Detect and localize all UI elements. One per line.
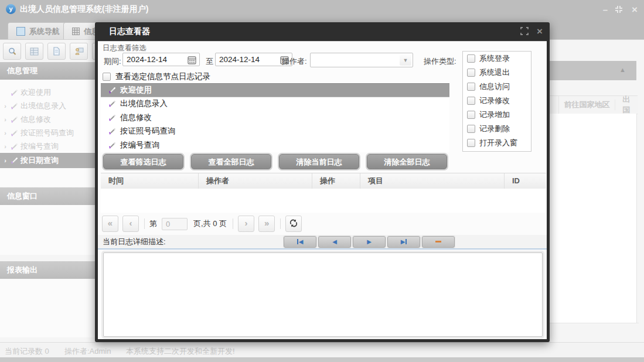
checkbox[interactable]: [467, 54, 475, 63]
op-type-item[interactable]: 记录增加: [463, 108, 531, 122]
wand-icon: [11, 88, 21, 97]
wand-icon: [11, 142, 21, 151]
tree-item-exit-entry[interactable]: 出境信息录入: [101, 97, 449, 111]
status-message: 本系统支持二次开发和全新开发!: [126, 346, 235, 357]
operator-input[interactable]: [311, 53, 406, 67]
chevron-right-icon: ›: [0, 103, 11, 110]
dialog-maximize-icon[interactable]: [520, 27, 531, 36]
dialog-close-icon[interactable]: ×: [534, 27, 545, 36]
window-title: 出境人员信息管理系统(非注册用户): [20, 4, 148, 15]
view-all-logs-button[interactable]: 查看全部日志: [191, 154, 271, 169]
column-header-item[interactable]: 项目: [360, 173, 505, 189]
combo-arrow-icon[interactable]: ▼: [400, 54, 411, 66]
clear-all-logs-button[interactable]: 清除全部日志: [367, 154, 447, 169]
sidebar-panel-report-output: [0, 279, 96, 337]
close-button[interactable]: ×: [628, 5, 641, 15]
restore-icon[interactable]: [614, 5, 627, 15]
op-type-item[interactable]: 系统登录: [463, 52, 531, 66]
page-number-input[interactable]: [162, 218, 188, 230]
tree-item-number-query[interactable]: 按编号查询: [101, 138, 449, 152]
checkbox[interactable]: [467, 69, 475, 77]
bg-column-header: 出国: [615, 94, 638, 115]
wand-icon: [11, 156, 21, 165]
column-header-operation[interactable]: 操作: [312, 173, 360, 189]
tree-item-info-modify[interactable]: 信息修改: [101, 111, 449, 125]
sidebar-item-label: 按日期查询: [21, 155, 59, 166]
record-next-button[interactable]: ▶: [353, 236, 386, 248]
sidebar-item-label: 欢迎使用: [21, 87, 51, 98]
prev-page-button[interactable]: ‹: [122, 216, 139, 232]
sidebar-section-info-window[interactable]: 信息窗口: [0, 187, 95, 205]
record-prev-button[interactable]: ◀: [318, 236, 351, 248]
nav-prev-icon: ◀: [332, 239, 337, 245]
op-type-item[interactable]: 信息访问: [463, 80, 531, 94]
checkbox[interactable]: [467, 111, 475, 119]
checkbox[interactable]: [467, 139, 475, 147]
wand-icon: [108, 127, 117, 135]
sidebar-section-report-output[interactable]: 报表输出: [0, 261, 95, 279]
op-types-listbox: 系统登录 系统退出 信息访问 记录修改 记录增加 记录删除 打开录入窗: [462, 51, 531, 152]
wand-icon: [108, 141, 117, 149]
op-type-item[interactable]: 记录修改: [463, 94, 531, 108]
column-header-operator[interactable]: 操作者: [199, 173, 312, 189]
user-icon: [74, 47, 84, 56]
checkbox[interactable]: [467, 83, 475, 91]
sidebar-item-label: 信息修改: [21, 114, 51, 125]
nav-next-icon: ▶: [367, 239, 372, 245]
wand-icon: [108, 100, 117, 108]
sidebar-item-passport-query[interactable]: › 按证照号码查询: [0, 126, 95, 139]
pagination-bar: « ‹ 第 页,共 0 页 › »: [98, 213, 547, 235]
sidebar-item-label: 按编号查询: [21, 141, 59, 152]
sidebar-item-exit-entry[interactable]: › 出境信息录入: [0, 99, 95, 112]
record-delete-button[interactable]: [422, 236, 455, 248]
record-last-button[interactable]: ▶: [387, 236, 420, 248]
view-filtered-logs-button[interactable]: 查看筛选日志: [103, 154, 183, 169]
op-type-item[interactable]: 系统退出: [463, 66, 531, 80]
log-table-header: 时间 操作者 操作 项目 ID: [101, 173, 546, 189]
checkbox[interactable]: [103, 73, 111, 81]
minimize-button[interactable]: –: [599, 5, 612, 15]
sidebar-item-date-query[interactable]: › 按日期查询: [0, 153, 95, 168]
detail-textarea[interactable]: [103, 252, 543, 337]
sidebar-item-number-query[interactable]: › 按编号查询: [0, 139, 95, 153]
sidebar-section-info-manage[interactable]: 信息管理: [0, 62, 95, 80]
tree-item-passport-query[interactable]: 按证照号码查询: [101, 125, 449, 139]
column-header-id[interactable]: ID: [505, 173, 546, 189]
first-page-button[interactable]: «: [102, 216, 118, 232]
node-filter-row[interactable]: 查看选定信息节点日志记录: [103, 71, 210, 82]
calendar-icon[interactable]: [188, 56, 196, 64]
operator-combobox[interactable]: ▼: [310, 53, 413, 67]
window-bottom-edge: [0, 357, 644, 362]
op-type-item[interactable]: 打开录入窗: [463, 136, 531, 150]
search-icon: [8, 47, 17, 56]
column-header-time[interactable]: 时间: [101, 173, 199, 189]
table-icon: [30, 47, 39, 56]
last-page-button[interactable]: »: [258, 216, 275, 232]
refresh-icon: [289, 218, 298, 228]
status-record-count: 当前记录数 0: [5, 346, 49, 357]
search-toolbar-button[interactable]: [3, 43, 21, 60]
detail-bar: 当前日志详细描述: ◀ ◀ ▶ ▶: [98, 235, 547, 250]
next-page-button[interactable]: ›: [238, 216, 254, 232]
sidebar-item-info-modify[interactable]: › 信息修改: [0, 112, 95, 126]
clear-current-logs-button[interactable]: 清除当前日志: [279, 154, 359, 169]
operator-label: 操作者:: [282, 56, 307, 67]
dialog-body: 日志查看筛选 期间: 至 操作者: ▼ 操作类型: 系统登录 系统退出 信息: [98, 41, 547, 339]
tab-label: 系统导航: [29, 26, 60, 37]
nav-last-icon: ▶: [401, 239, 406, 245]
user-toolbar-button[interactable]: [70, 43, 88, 60]
checkbox[interactable]: [467, 97, 475, 105]
record-first-button[interactable]: ◀: [284, 236, 316, 248]
dialog-title-bar[interactable]: 日志查看器 ×: [95, 22, 550, 41]
minus-icon: [435, 241, 441, 243]
sidebar-item-welcome[interactable]: 欢迎使用: [0, 86, 95, 99]
checkbox[interactable]: [467, 125, 475, 133]
collapse-up-icon[interactable]: ▲: [619, 66, 626, 73]
document-toolbar-button[interactable]: [47, 43, 66, 60]
list-toolbar-button[interactable]: [25, 43, 43, 60]
op-type-label: 操作类型:: [424, 56, 456, 67]
tree-item-welcome[interactable]: 欢迎使用: [101, 83, 449, 97]
refresh-button[interactable]: [285, 216, 302, 232]
chevron-right-icon: ›: [0, 143, 11, 150]
op-type-item[interactable]: 记录删除: [463, 122, 531, 136]
